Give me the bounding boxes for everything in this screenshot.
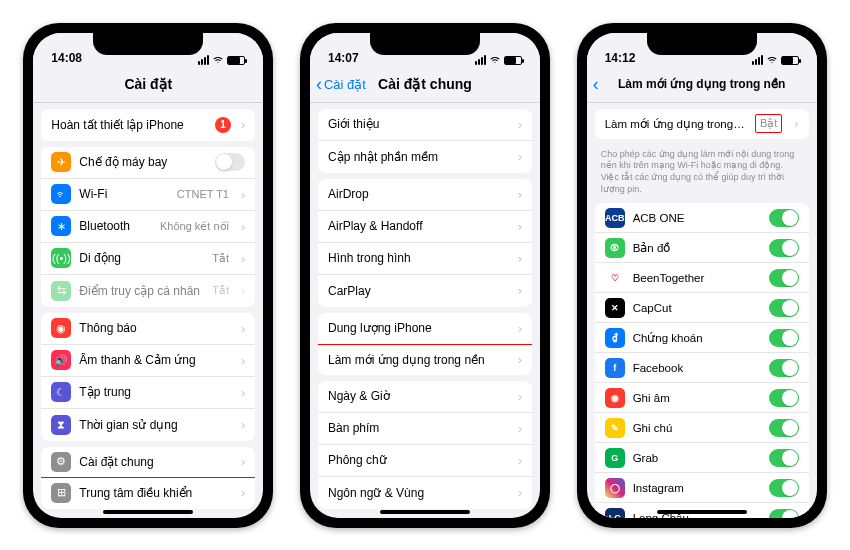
app-toggle[interactable]: [769, 389, 799, 407]
app-toggle[interactable]: [769, 239, 799, 257]
row-icon: ⊞: [51, 483, 71, 503]
chevron-right-icon: ›: [241, 321, 245, 336]
row-label: Thời gian sử dụng: [79, 418, 233, 432]
settings-row[interactable]: AirPlay & Handoff›: [318, 211, 532, 243]
settings-row[interactable]: Bàn phím›: [318, 413, 532, 445]
wifi-icon: [212, 55, 224, 65]
app-label: Grab: [633, 452, 761, 464]
settings-row[interactable]: ◉Thông báo›: [41, 313, 255, 345]
row-label: AirDrop: [328, 187, 510, 201]
content[interactable]: Giới thiệu›Cập nhật phần mềm› AirDrop›Ai…: [310, 103, 540, 518]
content[interactable]: Hoàn tất thiết lập iPhone 1 › ✈Chế độ má…: [33, 103, 263, 518]
section-footer: Cho phép các ứng dụng làm mới nội dung t…: [587, 145, 817, 196]
back-button[interactable]: ‹: [593, 67, 599, 102]
chevron-left-icon: ‹: [593, 75, 599, 93]
app-icon: ✎: [605, 418, 625, 438]
app-toggle[interactable]: [769, 479, 799, 497]
app-toggle[interactable]: [769, 269, 799, 287]
row-icon: ✈: [51, 152, 71, 172]
row-value: Không kết nối: [160, 220, 229, 233]
row-label: Ngày & Giờ: [328, 389, 510, 403]
row-finish-setup[interactable]: Hoàn tất thiết lập iPhone 1 ›: [41, 109, 255, 141]
nav-bar: ‹ Cài đặt Cài đặt chung: [310, 67, 540, 103]
settings-row[interactable]: Giới thiệu›: [318, 109, 532, 141]
phone-general-settings: 14:07 ‹ Cài đặt Cài đặt chung Giới thiệu…: [300, 23, 550, 528]
app-row[interactable]: ✕CapCut: [595, 293, 809, 323]
settings-row[interactable]: Ngôn ngữ & Vùng›: [318, 477, 532, 509]
app-row[interactable]: GGrab: [595, 443, 809, 473]
row-label: Ngôn ngữ & Vùng: [328, 486, 510, 500]
settings-row[interactable]: ∗BluetoothKhông kết nối›: [41, 211, 255, 243]
group-master: Làm mới ứng dụng trong nền Bật ›: [595, 109, 809, 139]
chevron-right-icon: ›: [241, 117, 245, 132]
settings-row[interactable]: ⚙Cài đặt chung›: [41, 447, 255, 478]
app-row[interactable]: ACBACB ONE: [595, 203, 809, 233]
app-row[interactable]: ✎Ghi chú: [595, 413, 809, 443]
row-value: Tắt: [212, 252, 229, 265]
notch: [93, 33, 203, 55]
app-toggle[interactable]: [769, 329, 799, 347]
app-toggle[interactable]: [769, 449, 799, 467]
app-icon: ₫: [605, 328, 625, 348]
row-label: Giới thiệu: [328, 117, 510, 131]
app-row[interactable]: ◉Ghi âm: [595, 383, 809, 413]
settings-row[interactable]: Phông chữ›: [318, 445, 532, 477]
app-icon: ◉: [605, 388, 625, 408]
app-toggle[interactable]: [769, 419, 799, 437]
home-indicator[interactable]: [657, 510, 747, 514]
app-row[interactable]: ₫Chứng khoán: [595, 323, 809, 353]
app-row[interactable]: fFacebook: [595, 353, 809, 383]
app-toggle[interactable]: [769, 209, 799, 227]
wifi-icon: [766, 55, 778, 65]
home-indicator[interactable]: [380, 510, 470, 514]
notch: [647, 33, 757, 55]
settings-row[interactable]: AirDrop›: [318, 179, 532, 211]
battery-icon: [504, 56, 522, 65]
chevron-left-icon: ‹: [316, 75, 322, 93]
content[interactable]: Làm mới ứng dụng trong nền Bật › Cho phé…: [587, 103, 817, 518]
settings-row[interactable]: ((•))Di độngTắt›: [41, 243, 255, 275]
chevron-right-icon: ›: [518, 389, 522, 404]
settings-row[interactable]: ᯤWi-FiCTNET T1›: [41, 179, 255, 211]
notification-badge: 1: [215, 117, 231, 133]
settings-row[interactable]: Ngày & Giờ›: [318, 381, 532, 413]
row-icon: ⇆: [51, 281, 71, 301]
group-locale: Ngày & Giờ›Bàn phím›Phông chữ›Ngôn ngữ &…: [318, 381, 532, 509]
cellular-icon: [198, 55, 209, 65]
settings-row[interactable]: Cập nhật phần mềm›: [318, 141, 532, 173]
settings-row[interactable]: Hình trong hình›: [318, 243, 532, 275]
toggle[interactable]: [215, 153, 245, 171]
group-air: AirDrop›AirPlay & Handoff›Hình trong hìn…: [318, 179, 532, 307]
settings-row[interactable]: CarPlay›: [318, 275, 532, 307]
row-label: Thông báo: [79, 321, 233, 335]
row-label: AirPlay & Handoff: [328, 219, 510, 233]
phone-bg-refresh: 14:12 ‹ Làm mới ứng dụng trong nền Làm m…: [577, 23, 827, 528]
chevron-right-icon: ›: [241, 454, 245, 469]
row-icon: ⚙: [51, 452, 71, 472]
settings-row[interactable]: ⧗Thời gian sử dụng›: [41, 409, 255, 441]
home-indicator[interactable]: [103, 510, 193, 514]
app-icon: ♡: [605, 268, 625, 288]
app-row[interactable]: ⦿Bản đồ: [595, 233, 809, 263]
settings-row[interactable]: ⊞Trung tâm điều khiển›: [41, 477, 255, 509]
back-button[interactable]: ‹ Cài đặt: [316, 67, 366, 102]
settings-row[interactable]: ⇆Điểm truy cập cá nhânTắt›: [41, 275, 255, 307]
chevron-right-icon: ›: [518, 453, 522, 468]
app-row[interactable]: ◯Instagram: [595, 473, 809, 503]
settings-row[interactable]: ✈Chế độ máy bay: [41, 147, 255, 179]
row-value: Tắt: [212, 284, 229, 297]
chevron-right-icon: ›: [241, 283, 245, 298]
app-icon: ◯: [605, 478, 625, 498]
app-toggle[interactable]: [769, 359, 799, 377]
app-toggle[interactable]: [769, 509, 799, 517]
app-label: ACB ONE: [633, 212, 761, 224]
settings-row[interactable]: 🔊Âm thanh & Cảm ứng›: [41, 345, 255, 377]
settings-row[interactable]: Dung lượng iPhone›: [318, 313, 532, 345]
settings-row[interactable]: Làm mới ứng dụng trong nền›: [318, 344, 532, 375]
row-label: Dung lượng iPhone: [328, 321, 510, 335]
chevron-right-icon: ›: [518, 421, 522, 436]
app-toggle[interactable]: [769, 299, 799, 317]
row-bg-refresh-master[interactable]: Làm mới ứng dụng trong nền Bật ›: [595, 109, 809, 139]
settings-row[interactable]: ☾Tập trung›: [41, 377, 255, 409]
app-row[interactable]: ♡BeenTogether: [595, 263, 809, 293]
